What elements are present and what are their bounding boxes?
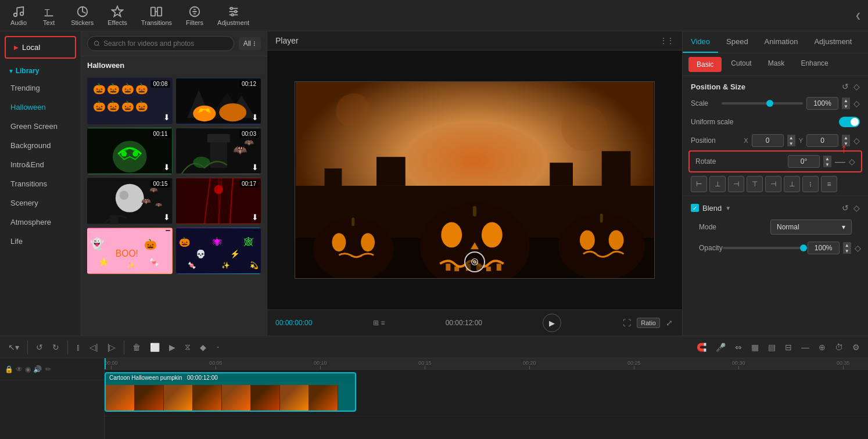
blend-mode-dropdown[interactable]: Normal ▾	[770, 220, 852, 235]
scale-slider[interactable]	[722, 102, 803, 105]
media-thumb-8[interactable]: 🎃 💀 🕷 ⚡ 🕸 🍬 ✨ 💫	[176, 228, 261, 274]
reset-position-btn[interactable]: ↺	[842, 82, 849, 91]
position-y-input[interactable]: 0	[806, 134, 838, 147]
rotate-stepper[interactable]: ▲ ▼	[823, 156, 831, 167]
thumb-2-download[interactable]: ⬇	[252, 113, 259, 122]
magnet-btn[interactable]: 🧲	[693, 340, 710, 354]
expand-button[interactable]: ⤢	[665, 317, 674, 329]
align-top-btn[interactable]: ⊤	[747, 176, 763, 192]
sidebar-item-transitions[interactable]: Transitions	[2, 175, 78, 193]
split-left-btn[interactable]: ◁|	[86, 340, 102, 354]
zoom-out-btn[interactable]: —	[798, 340, 813, 354]
lock-icon[interactable]: 🔒	[5, 365, 13, 373]
timer-btn[interactable]: ⏱	[831, 340, 847, 354]
tab-adjustment[interactable]: Adjustment	[806, 31, 860, 53]
player-menu-icon[interactable]: ⋮⋮	[660, 37, 674, 45]
media-thumb-6[interactable]: 00:17 ⬇	[176, 178, 261, 224]
scale-keyframe-btn[interactable]: ◇	[853, 99, 860, 108]
thumb-5-download[interactable]: ⬇	[163, 213, 170, 222]
scale-input[interactable]: 100%	[806, 97, 838, 110]
align-bottom-btn[interactable]: ⊥	[784, 176, 800, 192]
zoom-in-btn[interactable]: ⊕	[815, 340, 829, 354]
position-x-stepper[interactable]: ▲ ▼	[787, 135, 795, 146]
local-button[interactable]: Local	[5, 36, 76, 59]
reset-blend-btn[interactable]: ↺	[842, 203, 849, 213]
edit-icon[interactable]: ✏	[45, 365, 51, 373]
crop-btn[interactable]: ⬜	[146, 340, 163, 354]
search-bar[interactable]	[87, 36, 234, 51]
media-thumb-4[interactable]: 🦇 🦇 00:03 ⬇	[176, 128, 261, 174]
split-right-btn[interactable]: |▷	[104, 340, 120, 354]
visibility-icon[interactable]: ◉	[25, 365, 31, 373]
audio-track-icon[interactable]: 🔊	[33, 365, 42, 373]
media-thumb-5[interactable]: 🦇 🦇 🦇 00:15 ⬇	[87, 178, 173, 224]
sidebar-item-halloween[interactable]: Halloween	[2, 98, 78, 116]
opacity-keyframe-btn[interactable]: ◇	[855, 243, 861, 253]
eye-icon[interactable]: 👁	[16, 365, 23, 373]
search-input[interactable]	[103, 39, 228, 48]
video-clip-halloween[interactable]: Cartoon Halloween pumpkin 00:00:12:00	[105, 372, 356, 412]
mic-btn[interactable]: 🎤	[712, 340, 729, 354]
scale-up-btn[interactable]: ▲	[842, 98, 850, 103]
keyframe-position-btn[interactable]: ◇	[853, 82, 860, 91]
opacity-up[interactable]: ▲	[843, 242, 851, 248]
ratio-button[interactable]: Ratio	[637, 318, 660, 328]
toolbar-audio[interactable]: Audio	[5, 3, 33, 28]
split-audio-btn[interactable]: ⧖	[181, 340, 194, 354]
rotate-flip-btn[interactable]: — ↑	[835, 156, 845, 168]
tl-play-btn[interactable]: ▶	[166, 340, 179, 354]
toolbar-text[interactable]: T Text	[35, 2, 63, 30]
scale-stepper[interactable]: ▲ ▼	[842, 98, 850, 109]
all-filter-button[interactable]: All ⫶	[239, 37, 261, 50]
undo-btn[interactable]: ↺	[33, 340, 46, 354]
opacity-down[interactable]: ▼	[843, 248, 851, 254]
link-btn[interactable]: ⇔	[731, 340, 745, 354]
opacity-stepper[interactable]: ▲ ▼	[843, 242, 851, 254]
sub-tab-enhance[interactable]: Enhance	[794, 57, 835, 72]
delete-btn[interactable]: 🗑	[129, 340, 144, 354]
mask-btn[interactable]: ◆	[196, 340, 210, 354]
toolbar-effects[interactable]: Effects	[102, 3, 132, 28]
thumb-6-download[interactable]: ⬇	[252, 213, 259, 222]
play-button[interactable]: ▶	[543, 314, 561, 332]
text-track-btn[interactable]: ⊟	[781, 340, 795, 354]
keyframe-blend-btn[interactable]: ◇	[853, 203, 860, 213]
media-thumb-2[interactable]: 00:12 ⬇	[176, 78, 261, 124]
audio-track-btn[interactable]: ▤	[765, 340, 779, 354]
pos-x-up[interactable]: ▲	[787, 135, 795, 141]
timeline-marker[interactable]	[105, 358, 106, 369]
split-btn[interactable]: ⫿	[73, 340, 84, 354]
tab-video[interactable]: Video	[683, 31, 718, 53]
toolbar-transitions[interactable]: Transitions	[135, 3, 178, 28]
rotate-input[interactable]: 0°	[788, 155, 820, 168]
sub-tab-mask[interactable]: Mask	[761, 57, 792, 72]
opacity-thumb[interactable]	[800, 244, 807, 251]
toolbar-adjustment[interactable]: Adjustment	[211, 3, 255, 28]
toolbar-stickers[interactable]: Stickers	[65, 3, 99, 28]
fullscreen-icon-btn[interactable]: ⛶	[622, 317, 632, 329]
align-center-v-btn[interactable]: ⊣	[765, 176, 781, 192]
align-left-btn[interactable]: ⊢	[691, 176, 707, 192]
media-thumb-7[interactable]: 👻 BOO! 🎃 ⭐ ✨ 🍬	[87, 228, 173, 274]
distribute-h-btn[interactable]: ⫶	[802, 176, 819, 192]
pos-x-down[interactable]: ▼	[787, 141, 795, 146]
scale-thumb[interactable]	[766, 100, 773, 107]
sidebar-item-green-screen[interactable]: Green Screen	[2, 117, 78, 135]
thumb-3-download[interactable]: ⬇	[163, 163, 170, 172]
sidebar-item-atmosphere[interactable]: Atmosphere	[2, 213, 78, 231]
select-tool-btn[interactable]: ↖▾	[5, 340, 23, 354]
sidebar-item-scenery[interactable]: Scenery	[2, 194, 78, 212]
scale-down-btn[interactable]: ▼	[842, 103, 850, 109]
sidebar-item-life[interactable]: Life	[2, 232, 78, 250]
rotate-up[interactable]: ▲	[823, 156, 831, 161]
thumb-4-download[interactable]: ⬇	[252, 163, 259, 172]
tab-animation[interactable]: Animation	[756, 31, 806, 53]
media-thumb-1[interactable]: 🎃 🎃 🎃 🎃 🎃 🎃 🎃 🎃 00:08 ⬇	[87, 78, 173, 124]
position-y-stepper[interactable]: ▲ ▼	[842, 135, 850, 146]
player-target-btn[interactable]	[464, 251, 485, 272]
sidebar-item-intro-end[interactable]: Intro&End	[2, 156, 78, 174]
align-center-h-btn[interactable]: ⊥	[709, 176, 726, 192]
position-x-input[interactable]: 0	[752, 134, 784, 147]
thumb-1-download[interactable]: ⬇	[163, 113, 170, 122]
blend-checkbox[interactable]: ✓	[691, 204, 699, 212]
